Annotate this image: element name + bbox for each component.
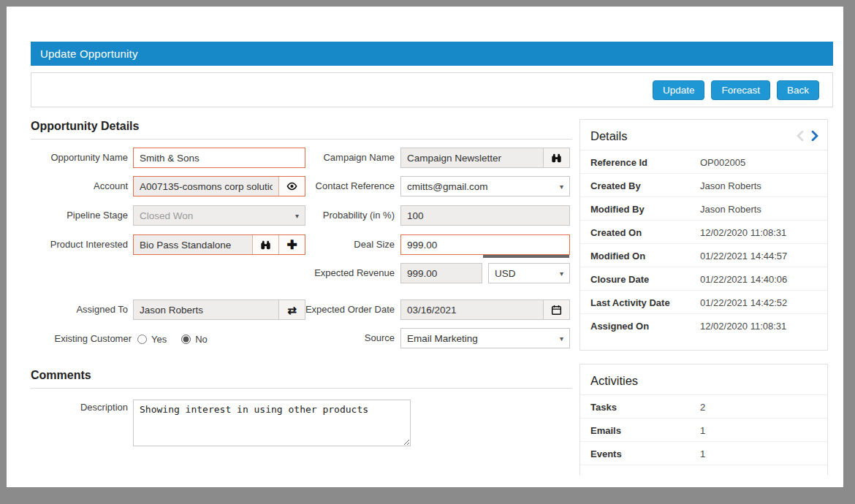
activities-row-label: Emails (590, 425, 700, 436)
back-button[interactable]: Back (777, 80, 819, 100)
chevron-right-icon[interactable] (811, 131, 818, 141)
existing-customer-yes-radio[interactable] (137, 335, 147, 344)
activities-row-value: 1 (700, 425, 705, 436)
details-title-text: Details (590, 129, 627, 142)
probability-label: Probability (in %) (298, 205, 395, 226)
chevron-down-icon: ▾ (560, 270, 563, 278)
activities-row-value: 2 (700, 402, 705, 413)
calendar-icon (551, 305, 562, 316)
eye-icon (286, 181, 298, 191)
page-title: Update Opportunity (31, 42, 833, 66)
product-interested-label: Product Interested (22, 234, 128, 255)
details-row-created-on: Created On 12/02/2020 11:08:31 (580, 221, 827, 244)
activities-row-events: Events 1 (580, 442, 827, 465)
chevron-left-icon[interactable] (797, 131, 804, 141)
chevron-down-icon: ▾ (560, 183, 563, 191)
swap-arrows-icon: ⇄ (287, 305, 297, 316)
activities-row-value: 1 (700, 448, 705, 459)
deal-size-label: Deal Size (298, 234, 395, 255)
pipeline-stage-select[interactable]: Closed Won ▾ (133, 205, 305, 226)
activities-row-label: Events (590, 448, 700, 459)
details-pager (797, 131, 818, 141)
search-campaign-button[interactable] (543, 148, 569, 167)
opportunity-name-label: Opportunity Name (22, 148, 128, 168)
details-row-modified-on: Modified On 01/22/2021 14:44:57 (580, 244, 827, 267)
search-product-button[interactable] (252, 235, 278, 254)
activities-row-label: Tasks (590, 402, 700, 413)
update-button[interactable]: Update (653, 80, 705, 100)
opportunity-details-heading: Opportunity Details (31, 120, 572, 140)
contact-reference-select[interactable]: cmitts@gmail.com ▾ (400, 176, 570, 196)
assigned-to-label: Assigned To (22, 299, 128, 320)
existing-customer-no-label: No (195, 334, 208, 345)
details-row-value: 01/22/2021 14:40:06 (700, 274, 787, 285)
expected-revenue-input[interactable] (400, 263, 482, 283)
campaign-name-input[interactable] (401, 148, 543, 167)
assigned-to-input[interactable] (134, 300, 278, 319)
details-row-closure-date: Closure Date 01/22/2021 14:40:06 (580, 267, 827, 291)
chevron-down-icon: ▾ (560, 335, 563, 343)
source-value: Email Marketing (407, 333, 478, 344)
description-textarea[interactable]: Showing interest in using other products (133, 400, 411, 446)
activities-title-text: Activities (590, 374, 638, 387)
activities-row-tasks: Tasks 2 (580, 395, 827, 419)
product-interested-input[interactable] (134, 235, 252, 254)
account-input[interactable] (134, 177, 278, 196)
details-row-label: Last Activity Date (590, 297, 700, 308)
details-row-value: Jason Roberts (700, 204, 761, 215)
details-row-label: Closure Date (590, 274, 700, 285)
activities-row-emails: Emails 1 (580, 419, 827, 442)
details-panel-title: Details (580, 120, 827, 150)
product-interested-field-group: ✚ (133, 234, 305, 255)
plus-icon: ✚ (286, 239, 297, 251)
details-row-value: 12/02/2020 11:08:31 (700, 321, 786, 332)
contact-reference-label: Contact Reference (298, 176, 395, 196)
probability-input[interactable] (400, 205, 570, 226)
details-row-value: 01/22/2021 14:42:52 (700, 297, 787, 308)
details-row-label: Reference Id (590, 157, 700, 168)
details-row-label: Created By (590, 180, 700, 191)
existing-customer-radio-group: Yes No (137, 332, 208, 345)
currency-value: USD (495, 268, 516, 279)
details-row-value: 12/02/2020 11:08:31 (700, 227, 786, 238)
source-label: Source (298, 328, 395, 348)
update-opportunity-page: Update Opportunity Update Forecast Back … (0, 0, 855, 504)
opportunity-name-input[interactable] (133, 148, 305, 168)
existing-customer-no-radio[interactable] (181, 335, 191, 344)
account-field-group (133, 176, 305, 196)
details-row-reference-id: Reference Id OP002005 (580, 150, 827, 174)
activities-panel: Activities Tasks 2 Emails 1 Events 1 (580, 364, 828, 475)
comments-heading: Comments (31, 369, 572, 389)
details-row-label: Modified By (590, 204, 700, 215)
existing-customer-yes-label: Yes (151, 334, 167, 345)
details-row-label: Assigned On (590, 321, 700, 332)
activities-panel-title: Activities (580, 364, 827, 395)
deal-size-input[interactable] (400, 234, 570, 255)
account-label: Account (22, 176, 128, 196)
expected-order-date-label: Expected Order Date (298, 299, 395, 320)
date-picker-button[interactable] (543, 300, 569, 319)
details-row-label: Created On (590, 227, 700, 238)
details-row-assigned-on: Assigned On 12/02/2020 11:08:31 (580, 314, 827, 337)
expected-order-date-input[interactable] (401, 300, 543, 319)
toolbar: Update Forecast Back (31, 72, 833, 107)
currency-select[interactable]: USD ▾ (488, 263, 570, 283)
details-row-value: 01/22/2021 14:44:57 (700, 251, 787, 261)
campaign-name-field-group (400, 148, 570, 168)
assigned-to-field-group: ⇄ (133, 299, 305, 320)
details-panel: Details Reference Id OP002005 Created By (580, 119, 828, 351)
campaign-name-label: Campaign Name (298, 148, 395, 168)
binoculars-icon (260, 240, 271, 251)
forecast-button[interactable]: Forecast (711, 80, 770, 100)
expected-revenue-label: Expected Revenue (298, 263, 395, 283)
description-label: Description (22, 400, 128, 415)
details-row-modified-by: Modified By Jason Roberts (580, 197, 827, 221)
details-row-created-by: Created By Jason Roberts (580, 174, 827, 197)
details-row-label: Modified On (590, 251, 700, 261)
deal-size-shadow (483, 255, 569, 258)
details-row-value: Jason Roberts (700, 180, 761, 191)
pipeline-stage-value: Closed Won (140, 210, 193, 221)
source-select[interactable]: Email Marketing ▾ (400, 328, 570, 348)
binoculars-icon (551, 153, 562, 164)
contact-reference-value: cmitts@gmail.com (407, 181, 487, 192)
